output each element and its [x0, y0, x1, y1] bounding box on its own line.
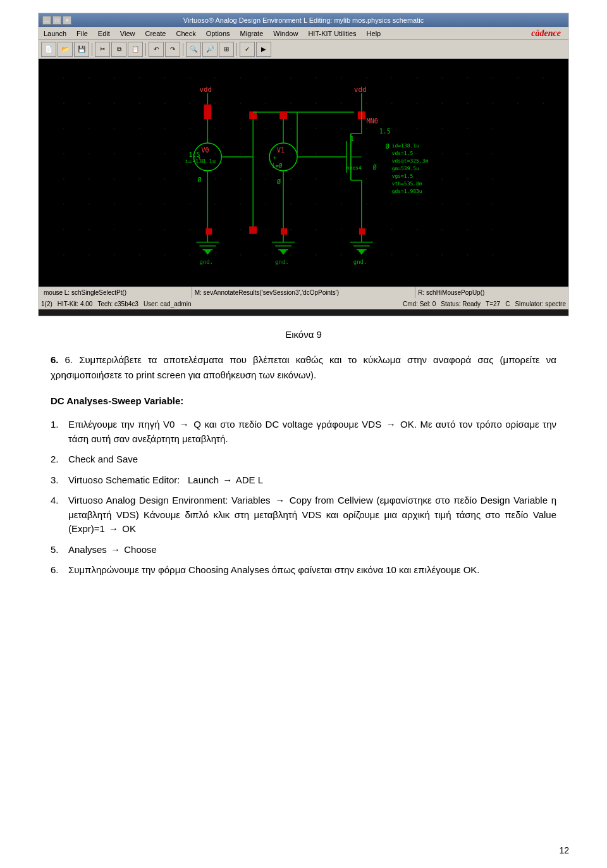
- svg-text:Ø: Ø: [386, 143, 389, 150]
- svg-point-83: [214, 178, 216, 180]
- svg-point-130: [492, 229, 493, 230]
- svg-point-18: [492, 77, 493, 78]
- menu-window[interactable]: Window: [271, 30, 300, 37]
- svg-point-28: [240, 102, 241, 104]
- svg-point-12: [341, 77, 342, 78]
- svg-point-4: [139, 77, 140, 78]
- list-item-5: 5. Analyses → Choose: [51, 543, 556, 557]
- cadence-logo: cādence: [531, 28, 566, 39]
- svg-point-39: [517, 102, 518, 104]
- svg-text:+: +: [273, 155, 277, 161]
- svg-point-96: [89, 204, 90, 205]
- menu-view[interactable]: View: [118, 30, 138, 37]
- svg-text:gnd.: gnd.: [275, 259, 289, 265]
- svg-point-106: [341, 204, 342, 205]
- svg-point-32: [341, 102, 342, 104]
- toolbar-btn-open[interactable]: 📂: [58, 42, 73, 57]
- menu-launch[interactable]: Launch: [41, 30, 69, 37]
- svg-point-128: [441, 229, 443, 230]
- toolbar-btn-undo[interactable]: ↶: [149, 42, 164, 57]
- win-close-btn[interactable]: ✕: [63, 16, 71, 25]
- toolbar-btn-redo[interactable]: ↷: [165, 42, 180, 57]
- svg-point-61: [114, 153, 115, 154]
- svg-point-55: [417, 128, 418, 129]
- svg-text:1.5: 1.5: [379, 128, 391, 135]
- menu-edit[interactable]: Edit: [95, 30, 113, 37]
- svg-point-114: [89, 229, 90, 230]
- svg-point-40: [543, 102, 544, 104]
- svg-text:vdd: vdd: [354, 85, 367, 94]
- svg-text:vds=1.5: vds=1.5: [392, 151, 414, 156]
- svg-point-16: [441, 77, 443, 78]
- svg-point-24: [139, 102, 140, 104]
- window-controls[interactable]: — □ ✕: [42, 16, 71, 25]
- list-num-2: 2.: [51, 452, 68, 467]
- win-minimize-btn[interactable]: —: [42, 16, 51, 25]
- svg-point-136: [189, 254, 190, 256]
- toolbar-btn-zoom-in[interactable]: 🔍: [186, 42, 201, 57]
- toolbar-separator-2: [145, 43, 146, 56]
- svg-point-22: [89, 102, 90, 104]
- schematic-window: — □ ✕ Virtuoso® Analog Design Environmen…: [38, 13, 569, 316]
- svg-point-70: [341, 153, 342, 154]
- svg-point-76: [492, 153, 493, 154]
- toolbar-btn-save[interactable]: 💾: [74, 42, 89, 57]
- svg-rect-178: [279, 111, 287, 119]
- svg-point-104: [290, 204, 291, 205]
- toolbar-btn-fit[interactable]: ⊞: [219, 42, 234, 57]
- cmd-unit: C: [505, 301, 510, 307]
- svg-point-137: [214, 254, 216, 256]
- svg-point-145: [417, 254, 418, 256]
- toolbar-separator-3: [183, 43, 183, 56]
- menubar: Launch File Edit View Create Check Optio…: [39, 27, 568, 40]
- svg-point-25: [164, 102, 166, 104]
- menu-hitkit[interactable]: HIT-KIT Utilities: [305, 30, 359, 37]
- svg-point-82: [189, 178, 190, 180]
- menu-create[interactable]: Create: [142, 30, 168, 37]
- toolbar-btn-check[interactable]: ✓: [240, 42, 255, 57]
- svg-point-71: [366, 153, 367, 154]
- svg-text:vdd: vdd: [199, 85, 212, 94]
- toolbar-btn-cut[interactable]: ✂: [95, 42, 110, 57]
- svg-text:gds=1.983u: gds=1.983u: [392, 189, 422, 194]
- svg-point-29: [265, 102, 266, 104]
- menu-migrate[interactable]: Migrate: [238, 30, 266, 37]
- menu-file[interactable]: File: [74, 30, 90, 37]
- svg-text:V0: V0: [201, 147, 209, 154]
- svg-point-126: [391, 229, 393, 230]
- cmd-temp: T=27: [486, 301, 500, 307]
- svg-point-47: [214, 128, 216, 129]
- svg-point-93: [467, 178, 468, 180]
- svg-point-132: [89, 254, 90, 256]
- schematic-canvas: vdd V0 + i=-138.1u 1.5 Ø: [39, 59, 568, 287]
- svg-point-33: [366, 102, 367, 104]
- svg-text:nmos4: nmos4: [346, 165, 362, 171]
- toolbar-btn-new[interactable]: 📄: [41, 42, 56, 57]
- svg-rect-169: [249, 111, 257, 119]
- toolbar-btn-copy[interactable]: ⧉: [111, 42, 126, 57]
- svg-point-107: [366, 204, 367, 205]
- svg-point-121: [265, 229, 266, 230]
- list-item-6: 6. Συμπληρώνουμε την φόρμα Choosing Anal…: [51, 563, 556, 578]
- dc-heading: DC Analyses-Sweep Variable:: [51, 395, 183, 406]
- svg-text:Ø: Ø: [277, 178, 281, 185]
- menu-help[interactable]: Help: [364, 30, 384, 37]
- svg-point-49: [265, 128, 266, 129]
- svg-point-43: [114, 128, 115, 129]
- svg-point-125: [366, 229, 367, 230]
- svg-rect-219: [359, 228, 365, 235]
- toolbar-btn-simulate[interactable]: ▶: [256, 42, 271, 57]
- win-maximize-btn[interactable]: □: [52, 16, 61, 25]
- svg-point-88: [341, 178, 342, 180]
- toolbar-btn-zoom-out[interactable]: 🔎: [202, 42, 218, 57]
- menu-check[interactable]: Check: [173, 30, 198, 37]
- menu-options[interactable]: Options: [204, 30, 233, 37]
- svg-point-7: [214, 77, 216, 78]
- svg-rect-160: [204, 111, 211, 119]
- svg-point-27: [214, 102, 216, 104]
- svg-rect-151: [204, 104, 211, 112]
- svg-point-14: [391, 77, 393, 78]
- toolbar-btn-paste[interactable]: 📋: [128, 42, 143, 57]
- svg-text:gnd.: gnd.: [199, 259, 213, 265]
- svg-point-101: [214, 204, 216, 205]
